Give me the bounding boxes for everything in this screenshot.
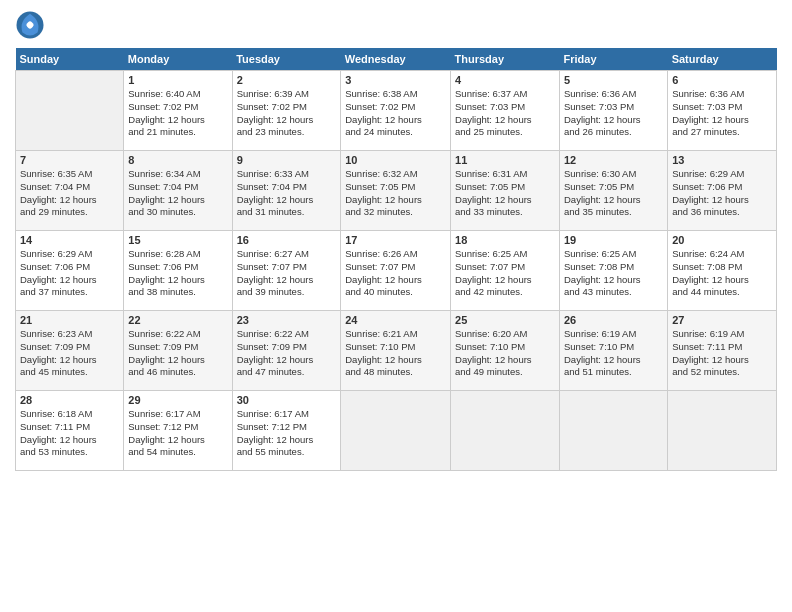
logo-icon [15, 10, 45, 40]
day-info: Sunrise: 6:28 AM Sunset: 7:06 PM Dayligh… [128, 248, 227, 299]
day-info: Sunrise: 6:20 AM Sunset: 7:10 PM Dayligh… [455, 328, 555, 379]
calendar-cell: 23Sunrise: 6:22 AM Sunset: 7:09 PM Dayli… [232, 311, 341, 391]
day-number: 11 [455, 154, 555, 166]
day-number: 5 [564, 74, 663, 86]
day-number: 6 [672, 74, 772, 86]
calendar-cell: 12Sunrise: 6:30 AM Sunset: 7:05 PM Dayli… [560, 151, 668, 231]
day-info: Sunrise: 6:24 AM Sunset: 7:08 PM Dayligh… [672, 248, 772, 299]
day-number: 4 [455, 74, 555, 86]
day-number: 2 [237, 74, 337, 86]
day-info: Sunrise: 6:33 AM Sunset: 7:04 PM Dayligh… [237, 168, 337, 219]
calendar-cell: 19Sunrise: 6:25 AM Sunset: 7:08 PM Dayli… [560, 231, 668, 311]
col-header-friday: Friday [560, 48, 668, 71]
calendar-cell: 2Sunrise: 6:39 AM Sunset: 7:02 PM Daylig… [232, 71, 341, 151]
calendar-cell: 24Sunrise: 6:21 AM Sunset: 7:10 PM Dayli… [341, 311, 451, 391]
calendar-cell: 20Sunrise: 6:24 AM Sunset: 7:08 PM Dayli… [668, 231, 777, 311]
day-info: Sunrise: 6:35 AM Sunset: 7:04 PM Dayligh… [20, 168, 119, 219]
calendar-cell: 3Sunrise: 6:38 AM Sunset: 7:02 PM Daylig… [341, 71, 451, 151]
day-number: 28 [20, 394, 119, 406]
day-info: Sunrise: 6:30 AM Sunset: 7:05 PM Dayligh… [564, 168, 663, 219]
calendar-cell: 18Sunrise: 6:25 AM Sunset: 7:07 PM Dayli… [451, 231, 560, 311]
calendar-cell [560, 391, 668, 471]
day-number: 22 [128, 314, 227, 326]
calendar-cell [451, 391, 560, 471]
day-info: Sunrise: 6:22 AM Sunset: 7:09 PM Dayligh… [128, 328, 227, 379]
day-number: 30 [237, 394, 337, 406]
day-info: Sunrise: 6:39 AM Sunset: 7:02 PM Dayligh… [237, 88, 337, 139]
calendar-cell: 16Sunrise: 6:27 AM Sunset: 7:07 PM Dayli… [232, 231, 341, 311]
calendar-cell: 9Sunrise: 6:33 AM Sunset: 7:04 PM Daylig… [232, 151, 341, 231]
day-info: Sunrise: 6:21 AM Sunset: 7:10 PM Dayligh… [345, 328, 446, 379]
calendar-cell: 25Sunrise: 6:20 AM Sunset: 7:10 PM Dayli… [451, 311, 560, 391]
calendar-cell [16, 71, 124, 151]
week-row-3: 14Sunrise: 6:29 AM Sunset: 7:06 PM Dayli… [16, 231, 777, 311]
day-info: Sunrise: 6:25 AM Sunset: 7:08 PM Dayligh… [564, 248, 663, 299]
day-info: Sunrise: 6:17 AM Sunset: 7:12 PM Dayligh… [128, 408, 227, 459]
day-info: Sunrise: 6:19 AM Sunset: 7:10 PM Dayligh… [564, 328, 663, 379]
calendar-cell [668, 391, 777, 471]
calendar-cell: 21Sunrise: 6:23 AM Sunset: 7:09 PM Dayli… [16, 311, 124, 391]
calendar-cell: 28Sunrise: 6:18 AM Sunset: 7:11 PM Dayli… [16, 391, 124, 471]
day-info: Sunrise: 6:17 AM Sunset: 7:12 PM Dayligh… [237, 408, 337, 459]
col-header-tuesday: Tuesday [232, 48, 341, 71]
day-info: Sunrise: 6:19 AM Sunset: 7:11 PM Dayligh… [672, 328, 772, 379]
calendar-cell [341, 391, 451, 471]
day-number: 12 [564, 154, 663, 166]
day-info: Sunrise: 6:40 AM Sunset: 7:02 PM Dayligh… [128, 88, 227, 139]
day-info: Sunrise: 6:36 AM Sunset: 7:03 PM Dayligh… [672, 88, 772, 139]
calendar-cell: 1Sunrise: 6:40 AM Sunset: 7:02 PM Daylig… [124, 71, 232, 151]
calendar-cell: 4Sunrise: 6:37 AM Sunset: 7:03 PM Daylig… [451, 71, 560, 151]
day-number: 26 [564, 314, 663, 326]
day-info: Sunrise: 6:32 AM Sunset: 7:05 PM Dayligh… [345, 168, 446, 219]
day-info: Sunrise: 6:36 AM Sunset: 7:03 PM Dayligh… [564, 88, 663, 139]
day-number: 25 [455, 314, 555, 326]
calendar-cell: 11Sunrise: 6:31 AM Sunset: 7:05 PM Dayli… [451, 151, 560, 231]
day-info: Sunrise: 6:22 AM Sunset: 7:09 PM Dayligh… [237, 328, 337, 379]
day-number: 14 [20, 234, 119, 246]
day-number: 3 [345, 74, 446, 86]
col-header-thursday: Thursday [451, 48, 560, 71]
calendar-cell: 13Sunrise: 6:29 AM Sunset: 7:06 PM Dayli… [668, 151, 777, 231]
header [15, 10, 777, 40]
day-number: 21 [20, 314, 119, 326]
day-number: 15 [128, 234, 227, 246]
day-number: 19 [564, 234, 663, 246]
day-number: 16 [237, 234, 337, 246]
day-info: Sunrise: 6:18 AM Sunset: 7:11 PM Dayligh… [20, 408, 119, 459]
day-number: 13 [672, 154, 772, 166]
day-number: 27 [672, 314, 772, 326]
day-info: Sunrise: 6:29 AM Sunset: 7:06 PM Dayligh… [20, 248, 119, 299]
logo [15, 10, 49, 40]
calendar-cell: 10Sunrise: 6:32 AM Sunset: 7:05 PM Dayli… [341, 151, 451, 231]
day-info: Sunrise: 6:38 AM Sunset: 7:02 PM Dayligh… [345, 88, 446, 139]
calendar-cell: 30Sunrise: 6:17 AM Sunset: 7:12 PM Dayli… [232, 391, 341, 471]
day-number: 1 [128, 74, 227, 86]
week-row-2: 7Sunrise: 6:35 AM Sunset: 7:04 PM Daylig… [16, 151, 777, 231]
day-info: Sunrise: 6:26 AM Sunset: 7:07 PM Dayligh… [345, 248, 446, 299]
day-number: 10 [345, 154, 446, 166]
calendar-cell: 6Sunrise: 6:36 AM Sunset: 7:03 PM Daylig… [668, 71, 777, 151]
col-header-sunday: Sunday [16, 48, 124, 71]
day-number: 18 [455, 234, 555, 246]
day-number: 20 [672, 234, 772, 246]
calendar-cell: 22Sunrise: 6:22 AM Sunset: 7:09 PM Dayli… [124, 311, 232, 391]
day-number: 23 [237, 314, 337, 326]
col-header-monday: Monday [124, 48, 232, 71]
day-info: Sunrise: 6:31 AM Sunset: 7:05 PM Dayligh… [455, 168, 555, 219]
calendar-cell: 26Sunrise: 6:19 AM Sunset: 7:10 PM Dayli… [560, 311, 668, 391]
calendar-cell: 27Sunrise: 6:19 AM Sunset: 7:11 PM Dayli… [668, 311, 777, 391]
header-row: SundayMondayTuesdayWednesdayThursdayFrid… [16, 48, 777, 71]
calendar-cell: 29Sunrise: 6:17 AM Sunset: 7:12 PM Dayli… [124, 391, 232, 471]
calendar-cell: 8Sunrise: 6:34 AM Sunset: 7:04 PM Daylig… [124, 151, 232, 231]
col-header-saturday: Saturday [668, 48, 777, 71]
calendar-cell: 17Sunrise: 6:26 AM Sunset: 7:07 PM Dayli… [341, 231, 451, 311]
page: SundayMondayTuesdayWednesdayThursdayFrid… [0, 0, 792, 612]
day-number: 8 [128, 154, 227, 166]
day-info: Sunrise: 6:23 AM Sunset: 7:09 PM Dayligh… [20, 328, 119, 379]
calendar-table: SundayMondayTuesdayWednesdayThursdayFrid… [15, 48, 777, 471]
calendar-cell: 7Sunrise: 6:35 AM Sunset: 7:04 PM Daylig… [16, 151, 124, 231]
col-header-wednesday: Wednesday [341, 48, 451, 71]
week-row-5: 28Sunrise: 6:18 AM Sunset: 7:11 PM Dayli… [16, 391, 777, 471]
day-number: 24 [345, 314, 446, 326]
day-number: 7 [20, 154, 119, 166]
